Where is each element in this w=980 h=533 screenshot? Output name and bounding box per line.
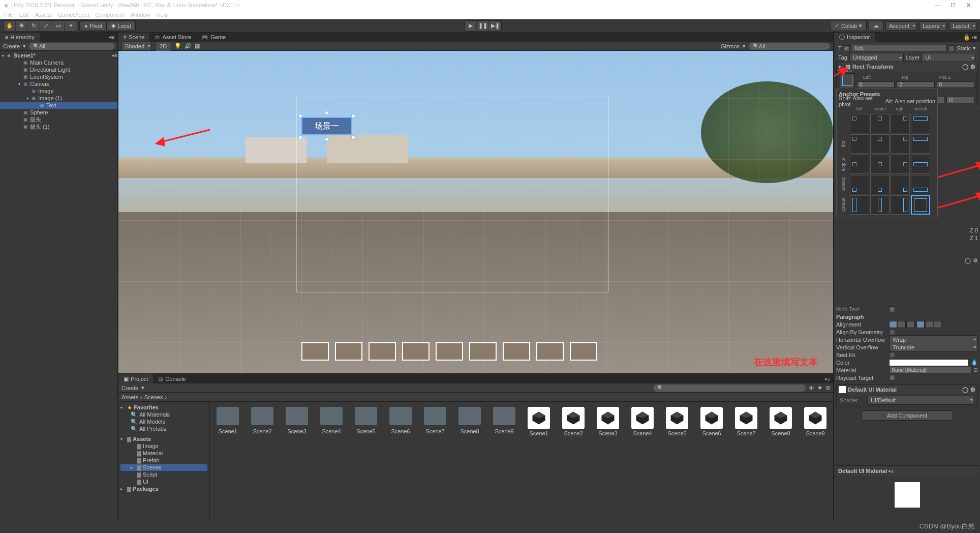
anchor-cell[interactable] — [850, 175, 869, 194]
scene-item[interactable]: Scene4 — [630, 407, 655, 436]
hierarchy-create[interactable]: Create — [3, 43, 20, 49]
cloud-button-icon[interactable]: ☁ — [869, 21, 883, 31]
anchor-cell[interactable] — [911, 195, 930, 215]
reset-btn[interactable]: R — [946, 97, 974, 103]
thumb-5[interactable] — [436, 342, 463, 361]
align-middle[interactable] — [925, 321, 933, 328]
favorites-folder[interactable]: ▾★Favorites — [120, 404, 207, 411]
asset-folder[interactable]: ▇Script — [120, 471, 207, 478]
anchor-cell[interactable] — [911, 114, 930, 133]
hierarchy-item[interactable]: ▾▣Image (1) — [0, 95, 117, 102]
align-geo-check[interactable] — [889, 329, 895, 335]
scene-item[interactable]: Scene8 — [768, 407, 793, 436]
rect-tool-icon[interactable]: ▭ — [52, 21, 65, 31]
fav-filter-icon[interactable]: ★ — [817, 384, 822, 391]
layout-dropdown[interactable]: Layout — [949, 21, 977, 31]
hierarchy-item[interactable]: ▣Directional Light — [0, 66, 117, 73]
project-search[interactable]: 🔍 — [653, 384, 806, 392]
collab-dropdown[interactable]: ✓ Collab ▾ — [830, 21, 867, 31]
minimize-button[interactable]: — — [930, 2, 945, 8]
menu-edit[interactable]: Edit — [19, 12, 29, 18]
add-component-button[interactable]: Add Component — [862, 410, 953, 421]
eyedropper-icon[interactable]: 💧 — [971, 359, 978, 366]
anchor-cell[interactable] — [870, 175, 890, 194]
align-top[interactable] — [916, 321, 925, 328]
light-icon[interactable]: 💡 — [174, 43, 181, 49]
hand-tool-icon[interactable]: ✋ — [4, 21, 16, 31]
play-button-icon[interactable]: ▶ — [465, 21, 477, 31]
thumb-9[interactable] — [570, 342, 597, 361]
pause-button-icon[interactable]: ❚❚ — [477, 21, 489, 31]
anchor-cell[interactable] — [870, 155, 890, 174]
thumb-1[interactable] — [301, 342, 329, 361]
crumb-assets[interactable]: Assets — [121, 394, 138, 400]
hidden-icon[interactable]: ⊘ — [825, 384, 830, 391]
lock-icon[interactable]: 🔒 ▪≡ — [960, 34, 980, 41]
anchor-cell[interactable] — [891, 114, 910, 133]
hierarchy-item[interactable]: ▾▣Canvas — [0, 80, 117, 87]
folder-item[interactable]: Scene1 — [215, 407, 240, 434]
thumb-3[interactable] — [369, 342, 396, 361]
audio-icon[interactable]: 🔊 — [185, 43, 192, 49]
align-right[interactable] — [906, 321, 914, 328]
hierarchy-item[interactable]: ▣箭头 — [0, 116, 117, 123]
hierarchy-search[interactable]: 🔍 All — [29, 43, 114, 50]
crumb-scenes[interactable]: Scenes — [144, 394, 163, 400]
folder-item[interactable]: Scene2 — [250, 407, 275, 434]
fav-models[interactable]: 🔍 All Models — [120, 418, 207, 425]
name-field[interactable]: Text — [852, 45, 947, 51]
tab-inspector[interactable]: ⓘ Inspector — [834, 33, 875, 42]
scene-menu-icon[interactable]: ▪≡ — [112, 52, 117, 58]
shader-dropdown[interactable]: UI/Default — [867, 396, 974, 405]
layers-dropdown[interactable]: Layers — [919, 21, 947, 31]
asset-folder[interactable]: ▇Prefab — [120, 457, 207, 464]
mode-2d-toggle[interactable]: 2D — [155, 41, 171, 51]
help-icon[interactable]: ◯ — [962, 387, 968, 393]
scene-item[interactable]: Scene1 — [526, 407, 552, 436]
thumb-8[interactable] — [536, 342, 564, 361]
scene-view[interactable]: 场景一 在这里填写文本 — [118, 51, 833, 373]
help-icon[interactable]: ◯ — [965, 257, 971, 264]
anchor-preset-button[interactable] — [840, 73, 855, 88]
active-checkbox[interactable]: ✓ — [844, 45, 850, 51]
anchor-cell[interactable] — [850, 155, 869, 174]
anchor-cell[interactable] — [891, 175, 910, 194]
thumb-6[interactable] — [469, 342, 497, 361]
close-button[interactable]: ✕ — [961, 2, 976, 9]
anchor-cell[interactable] — [911, 175, 930, 194]
hierarchy-item[interactable]: ▣Sphere — [0, 109, 117, 116]
scene-item[interactable]: Scene2 — [561, 407, 586, 436]
account-dropdown[interactable]: Account — [885, 21, 917, 31]
menu-help[interactable]: Help — [156, 12, 168, 18]
layer-dropdown[interactable]: UI — [922, 53, 976, 62]
menu-assets[interactable]: Assets — [35, 12, 52, 18]
tab-scene[interactable]: # Scene — [118, 33, 149, 42]
scene-item[interactable]: Scene3 — [595, 407, 621, 436]
menu-component[interactable]: Component — [95, 12, 124, 18]
move-tool-icon[interactable]: ✥ — [16, 21, 28, 31]
tab-console[interactable]: ▤ Console — [153, 374, 191, 383]
fav-materials[interactable]: 🔍 All Materials — [120, 411, 207, 418]
anchor-cell[interactable] — [891, 195, 910, 215]
scene-item[interactable]: Scene7 — [733, 407, 759, 436]
tab-game[interactable]: 🎮 Game — [196, 33, 231, 42]
filter-icon[interactable]: 👁 — [809, 385, 814, 391]
scene-item[interactable]: Scene6 — [699, 407, 724, 436]
folder-item[interactable]: Scene9 — [492, 407, 517, 434]
folder-item[interactable]: Scene8 — [457, 407, 482, 434]
top-field[interactable]: 0 — [897, 81, 934, 88]
scene-item[interactable]: Scene5 — [664, 407, 690, 436]
anchor-cell[interactable] — [870, 134, 890, 154]
folder-item[interactable]: Scene3 — [284, 407, 310, 434]
richtext-check[interactable]: ✓ — [889, 306, 895, 312]
folder-item[interactable]: Scene7 — [422, 407, 448, 434]
tab-project[interactable]: ▣ Project — [118, 374, 153, 383]
gear-icon[interactable]: ⚙ — [973, 257, 978, 264]
v-overflow-dropdown[interactable]: Truncate — [889, 343, 978, 352]
anchor-cell[interactable] — [911, 134, 930, 154]
anchor-cell[interactable] — [850, 134, 869, 154]
anchor-cell[interactable] — [850, 195, 869, 215]
text-element[interactable]: 场景一 — [301, 117, 352, 135]
maximize-button[interactable]: ☐ — [945, 2, 961, 9]
raycast-check[interactable]: ✓ — [889, 375, 895, 381]
